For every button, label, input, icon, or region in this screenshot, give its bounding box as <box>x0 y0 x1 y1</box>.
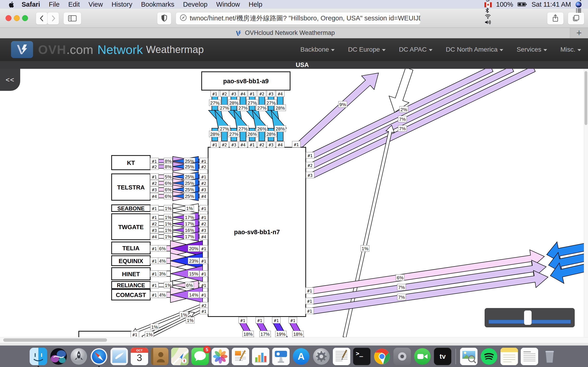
logo-text-weathermap: Weathermap <box>146 44 204 55</box>
dock-icon-messages[interactable]: 5 <box>191 348 209 365</box>
dock-icon-safari[interactable] <box>90 348 108 365</box>
map-node-telia[interactable]: TELIA <box>112 242 150 254</box>
menu-item-edit[interactable]: Edit <box>64 1 84 8</box>
nav-backbone[interactable]: Backbone <box>300 46 335 53</box>
dock-icon-document-app[interactable] <box>521 348 538 365</box>
zoom-slider-handle[interactable] <box>524 310 532 325</box>
vertical-scrollbar-thumb[interactable] <box>585 71 587 125</box>
nav-dc-north-america[interactable]: DC North America <box>446 46 503 53</box>
menu-item-safari[interactable]: Safari <box>17 1 44 8</box>
map-node-pao-sv8-bb1-a9[interactable]: pao-sv8-bb1-a9 <box>202 72 290 90</box>
svg-text:6%: 6% <box>165 187 172 192</box>
dock-icon-chrome[interactable] <box>373 348 391 365</box>
svg-text:#2: #2 <box>201 222 206 226</box>
dock-icon-apple-tv[interactable]: tv <box>434 348 451 365</box>
port-label: #1 <box>199 292 208 298</box>
horizontal-scrollbar-thumb[interactable] <box>3 338 107 342</box>
volume-icon[interactable] <box>481 19 495 25</box>
map-node-telstra[interactable]: TELSTRA <box>112 174 150 200</box>
notification-list-icon[interactable] <box>572 8 585 13</box>
dock-icon-finder[interactable] <box>30 348 47 365</box>
dock-icon-keynote[interactable] <box>272 348 290 365</box>
dock-icon-trash[interactable] <box>541 348 558 365</box>
dock-icon-contacts[interactable] <box>151 348 168 365</box>
map-node-hinet[interactable]: HINET <box>112 268 150 280</box>
menu-item-help[interactable]: Help <box>244 1 267 8</box>
map-node-twgate[interactable]: TWGATE <box>112 214 150 240</box>
dock-icon-green-app[interactable] <box>414 348 431 365</box>
battery-icon[interactable] <box>515 2 530 7</box>
dock-icon-pages[interactable] <box>232 348 249 365</box>
dock-icon-numbers[interactable] <box>252 348 269 365</box>
ovh-logo[interactable]: OVH.comNetworkWeathermap <box>11 41 204 58</box>
time-machine-icon[interactable] <box>481 0 495 2</box>
input-flag-canada-icon[interactable] <box>481 2 495 7</box>
forward-button[interactable] <box>47 12 59 25</box>
pct-label: 7% <box>397 284 406 290</box>
nav-services[interactable]: Services <box>517 46 547 53</box>
sidebar-collapse-tab[interactable]: << <box>0 69 20 91</box>
pct-label: 25% <box>184 174 195 180</box>
menubar-clock[interactable]: Sat 11:41 AM <box>530 1 572 8</box>
dock-icon-app-store[interactable]: A <box>292 348 310 365</box>
dock-icon-preview[interactable] <box>460 348 477 365</box>
dock-icon-spotify[interactable] <box>480 348 498 365</box>
tab-ovhcloud-weathermap[interactable]: OVHcloud Network Weathermap <box>0 27 570 38</box>
horizontal-scrollbar[interactable] <box>0 337 588 343</box>
address-bar[interactable]: twnoc/hinet.net/機房連外線路圖? "Hillsboro, Ore… <box>176 12 421 25</box>
window-minimize-button[interactable] <box>14 15 20 21</box>
dock-icon-photos[interactable] <box>212 348 229 365</box>
dock-icon-textedit[interactable] <box>333 348 350 365</box>
dock-icon-notes[interactable] <box>501 348 518 365</box>
map-node-comcast[interactable]: COMCAST <box>112 290 150 300</box>
svg-text:#3: #3 <box>308 173 313 178</box>
window-zoom-button[interactable] <box>22 15 28 21</box>
svg-text:#1: #1 <box>240 318 245 323</box>
nav-misc-[interactable]: Misc. <box>561 46 581 53</box>
map-node-seabone[interactable]: SEABONE <box>112 205 150 211</box>
dock-icon-system-preferences[interactable] <box>313 348 330 365</box>
svg-text:#4: #4 <box>201 234 206 239</box>
dock-icon-terminal[interactable]: >_ <box>353 348 371 365</box>
nav-dc-apac[interactable]: DC APAC <box>399 46 432 53</box>
sidebar-toggle-button[interactable] <box>63 12 81 25</box>
svg-text:#1: #1 <box>307 289 312 293</box>
port-label: #1 <box>292 141 300 148</box>
svg-text:#1: #1 <box>201 206 206 211</box>
window-close-button[interactable] <box>6 15 11 21</box>
back-button[interactable] <box>36 12 48 25</box>
vertical-scrollbar[interactable] <box>584 69 588 337</box>
svg-text:#4: #4 <box>201 194 206 199</box>
menu-item-bookmarks[interactable]: Bookmarks <box>137 1 179 8</box>
menu-item-file[interactable]: File <box>44 1 64 8</box>
apple-menu-icon[interactable] <box>8 1 14 8</box>
dock-icon-siri[interactable] <box>50 348 67 365</box>
dock-icon-mail[interactable] <box>111 348 128 365</box>
pct-label: 15% <box>188 271 199 277</box>
bluetooth-icon[interactable] <box>481 7 495 14</box>
svg-text:#4: #4 <box>241 142 246 147</box>
map-node-reliance[interactable]: RELIANCE <box>112 282 150 289</box>
menu-item-view[interactable]: View <box>84 1 107 8</box>
svg-text:6%: 6% <box>165 181 172 186</box>
port-label: #1 <box>150 271 158 277</box>
map-node-kt[interactable]: KT <box>112 156 150 170</box>
dock-icon-gray-app[interactable] <box>393 348 411 365</box>
new-tab-button[interactable]: + <box>570 27 588 38</box>
dock-icon-calendar[interactable]: OCT3 <box>131 348 148 365</box>
map-node-equinix[interactable]: EQUINIX <box>112 256 150 266</box>
siri-icon[interactable] <box>572 1 585 8</box>
privacy-shield-button[interactable] <box>157 12 171 25</box>
menu-item-develop[interactable]: Develop <box>179 1 212 8</box>
dock-icon-launchpad[interactable] <box>70 348 87 365</box>
macos-dock: OCT35A>_tv <box>0 345 588 367</box>
menu-item-window[interactable]: Window <box>212 1 244 8</box>
menu-item-history[interactable]: History <box>107 1 137 8</box>
wifi-icon[interactable] <box>481 14 495 19</box>
dock-icon-maps[interactable] <box>171 348 189 365</box>
svg-text:COMCAST: COMCAST <box>116 292 146 298</box>
pct-label: 6% <box>164 180 173 186</box>
nav-dc-europe[interactable]: DC Europe <box>348 46 386 53</box>
map-node-pao-sv8-bb1-n7[interactable]: pao-sv8-bb1-n7 <box>208 147 306 317</box>
map-node-bottom-left-cut[interactable] <box>79 331 131 337</box>
